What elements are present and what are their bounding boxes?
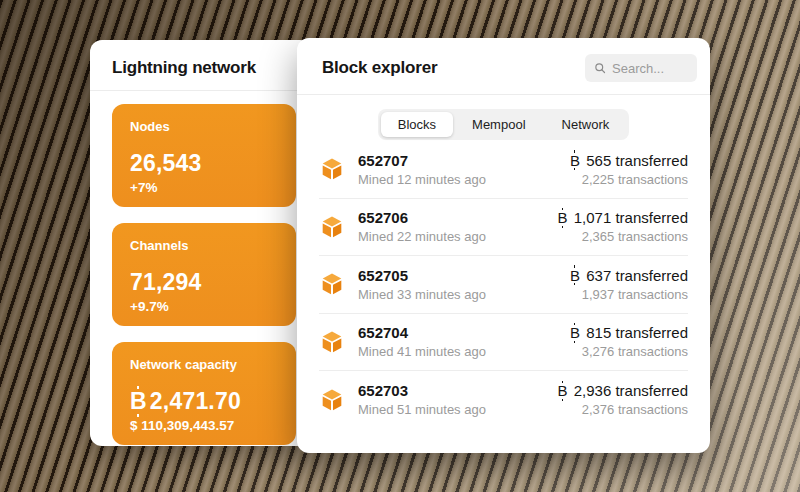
- explorer-tabs: Blocks Mempool Network: [378, 109, 629, 140]
- block-row[interactable]: 652704 Mined 41 minutes ago B 815 transf…: [319, 314, 688, 372]
- block-row[interactable]: 652703 Mined 51 minutes ago B 2,936 tran…: [319, 371, 688, 429]
- search-icon: [594, 62, 606, 74]
- capacity-btc-value: 2,471.70: [150, 388, 241, 414]
- lightning-panel-header: Lightning network: [90, 40, 312, 90]
- bitcoin-symbol: B: [558, 382, 568, 399]
- stat-change: +7%: [130, 180, 278, 195]
- block-cube-icon: [319, 271, 345, 297]
- tab-blocks[interactable]: Blocks: [381, 112, 453, 137]
- block-transactions: 1,937 transactions: [570, 287, 688, 302]
- block-explorer-header: Block explorer: [297, 38, 710, 94]
- block-height: 652706: [358, 209, 558, 226]
- block-mined-time: Mined 22 minutes ago: [358, 229, 558, 244]
- tab-network[interactable]: Network: [545, 112, 627, 137]
- block-row[interactable]: 652706 Mined 22 minutes ago B 1,071 tran…: [319, 199, 688, 257]
- block-mined-time: Mined 33 minutes ago: [358, 287, 570, 302]
- block-cube-icon: [319, 387, 345, 413]
- stat-label: Nodes: [130, 119, 278, 134]
- block-transactions: 2,225 transactions: [570, 172, 688, 187]
- block-explorer-title: Block explorer: [322, 58, 437, 78]
- block-height: 652707: [358, 152, 570, 169]
- wood-background: Lightning network Nodes 26,543 +7% Chann…: [0, 0, 800, 492]
- block-row[interactable]: 652705 Mined 33 minutes ago B 637 transf…: [319, 256, 688, 314]
- block-mined-time: Mined 12 minutes ago: [358, 172, 570, 187]
- block-mined-time: Mined 51 minutes ago: [358, 402, 558, 417]
- stat-card-nodes[interactable]: Nodes 26,543 +7%: [112, 104, 296, 207]
- search-box[interactable]: [585, 54, 697, 82]
- block-transactions: 2,376 transactions: [558, 402, 688, 417]
- block-explorer-panel: Block explorer Blocks Mempool Network: [297, 38, 710, 453]
- search-input[interactable]: [612, 61, 692, 76]
- bitcoin-symbol: B: [558, 209, 568, 226]
- stat-value: 26,543: [130, 150, 278, 177]
- block-transferred: B 1,071 transferred: [558, 209, 688, 226]
- lightning-panel-title: Lightning network: [112, 58, 290, 78]
- lightning-network-panel: Lightning network Nodes 26,543 +7% Chann…: [90, 40, 312, 446]
- stat-change: +9.7%: [130, 299, 278, 314]
- block-transferred: B 637 transferred: [570, 267, 688, 284]
- block-transactions: 3,276 transactions: [570, 344, 688, 359]
- bitcoin-symbol: B: [570, 324, 580, 341]
- block-transactions: 2,365 transactions: [558, 229, 688, 244]
- block-list: 652707 Mined 12 minutes ago B 565 transf…: [319, 141, 688, 429]
- tab-mempool[interactable]: Mempool: [455, 112, 542, 137]
- block-height: 652703: [358, 382, 558, 399]
- stat-card-network-capacity[interactable]: Network capacity B2,471.70 $ 110,309,443…: [112, 342, 296, 445]
- bitcoin-symbol: B: [130, 388, 147, 415]
- block-cube-icon: [319, 156, 345, 182]
- bitcoin-symbol: B: [570, 267, 580, 284]
- stat-card-channels[interactable]: Channels 71,294 +9.7%: [112, 223, 296, 326]
- block-row[interactable]: 652707 Mined 12 minutes ago B 565 transf…: [319, 141, 688, 199]
- block-mined-time: Mined 41 minutes ago: [358, 344, 570, 359]
- block-cube-icon: [319, 329, 345, 355]
- stat-label: Network capacity: [130, 357, 278, 372]
- bitcoin-symbol: B: [570, 152, 580, 169]
- divider: [297, 94, 710, 95]
- block-height: 652704: [358, 324, 570, 341]
- block-height: 652705: [358, 267, 570, 284]
- block-cube-icon: [319, 214, 345, 240]
- capacity-usd-value: $ 110,309,443.57: [130, 418, 278, 433]
- stat-value: 71,294: [130, 269, 278, 296]
- block-transferred: B 565 transferred: [570, 152, 688, 169]
- block-transferred: B 815 transferred: [570, 324, 688, 341]
- block-transferred: B 2,936 transferred: [558, 382, 688, 399]
- stat-value: B2,471.70: [130, 388, 278, 415]
- stat-label: Channels: [130, 238, 278, 253]
